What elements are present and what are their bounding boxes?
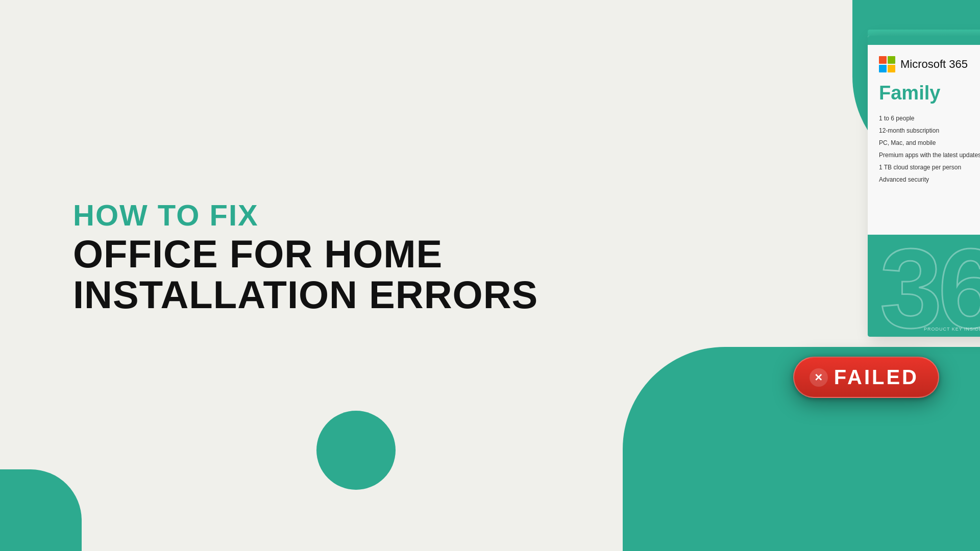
main-title-line2: INSTALLATION ERRORS — [73, 273, 538, 316]
feature-storage: 1 TB cloud storage per person — [879, 161, 980, 173]
feature-list: 1 to 6 people 12-month subscription PC, … — [879, 112, 980, 186]
ms-logo-row: Microsoft 365 — [879, 56, 980, 72]
bg-sphere-mid — [316, 411, 396, 490]
bg-shape-bottom-left — [0, 469, 82, 551]
product-key-note: PRODUCT KEY INSIDE · NO DISC — [924, 327, 980, 332]
left-text-block: HOW TO FIX OFFICE FOR HOME INSTALLATION … — [73, 199, 538, 315]
box-front-body: Microsoft 365 Family 1 to 6 people 12-mo… — [868, 45, 980, 194]
main-title-line1: OFFICE FOR HOME — [73, 232, 443, 276]
box-bottom-teal: 365 Family PRODUCT KEY INSIDE · NO DISC — [868, 235, 980, 337]
ms-logo-blue — [879, 65, 887, 72]
failed-label: FAILED — [834, 366, 919, 389]
how-to-fix-label: HOW TO FIX — [73, 199, 538, 232]
feature-security: Advanced security — [879, 173, 980, 186]
box-front-face: Microsoft 365 Family 1 to 6 people 12-mo… — [868, 36, 980, 337]
failed-x-icon: ✕ — [810, 368, 828, 387]
feature-premium: Premium apps with the latest updates — [879, 149, 980, 161]
numbers-365: 365 — [868, 241, 980, 337]
ms-logo-text: Microsoft 365 — [900, 58, 968, 71]
ms-logo-yellow — [888, 65, 895, 72]
feature-1to6: 1 to 6 people — [879, 112, 980, 124]
ms-logo-grid — [879, 56, 895, 72]
page: HOW TO FIX OFFICE FOR HOME INSTALLATION … — [0, 0, 980, 551]
product-family-heading: Family — [879, 83, 980, 104]
box-green-stripe — [868, 36, 980, 45]
failed-badge: ✕ FAILED — [793, 357, 939, 398]
main-title: OFFICE FOR HOME INSTALLATION ERRORS — [73, 234, 538, 315]
ms-logo-red — [879, 56, 887, 64]
feature-subscription: 12-month subscription — [879, 124, 980, 137]
feature-platform: PC, Mac, and mobile — [879, 137, 980, 149]
ms-logo-green — [888, 56, 895, 64]
